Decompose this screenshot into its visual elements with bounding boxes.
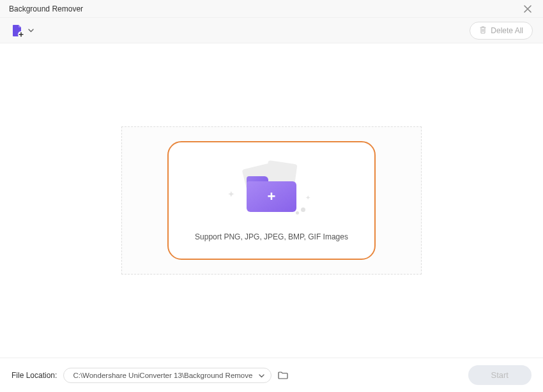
start-button[interactable]: Start <box>468 365 532 385</box>
folder-icon <box>278 371 288 379</box>
add-file-icon <box>10 24 24 38</box>
drop-zone-outer: ✦ ✦ + Support PNG, JPG, JPEG, BMP, GIF I… <box>121 126 422 275</box>
add-file-button[interactable] <box>10 24 34 38</box>
trash-icon <box>479 26 487 36</box>
delete-all-button[interactable]: Delete All <box>470 22 533 40</box>
delete-all-label: Delete All <box>491 26 523 35</box>
file-location-label: File Location: <box>11 371 57 380</box>
close-icon[interactable] <box>521 3 534 15</box>
upload-illustration: ✦ ✦ + <box>230 160 313 217</box>
supported-formats-text: Support PNG, JPG, JPEG, BMP, GIF Images <box>195 232 348 241</box>
file-location-path: C:\Wondershare UniConverter 13\Backgroun… <box>73 372 252 379</box>
drop-zone[interactable]: ✦ ✦ + Support PNG, JPG, JPEG, BMP, GIF I… <box>167 141 376 260</box>
file-location-select[interactable]: C:\Wondershare UniConverter 13\Backgroun… <box>63 368 272 383</box>
sparkle-icon: ✦ <box>305 194 310 201</box>
sparkle-icon: ✦ <box>227 189 235 199</box>
window-title: Background Remover <box>9 4 83 13</box>
folder-plus-icon: + <box>247 176 296 212</box>
main-area: ✦ ✦ + Support PNG, JPG, JPEG, BMP, GIF I… <box>0 43 543 358</box>
footer: File Location: C:\Wondershare UniConvert… <box>0 358 543 392</box>
chevron-down-icon <box>259 372 264 379</box>
title-bar: Background Remover <box>0 0 543 18</box>
browse-folder-button[interactable] <box>278 371 288 379</box>
chevron-down-icon <box>28 27 34 34</box>
toolbar: Delete All <box>0 18 543 43</box>
